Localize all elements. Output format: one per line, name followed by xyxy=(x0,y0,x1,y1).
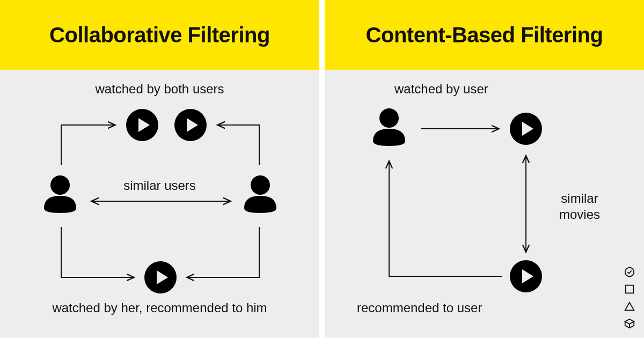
panel-header: Collaborative Filtering xyxy=(0,0,319,70)
panel-header: Content-Based Filtering xyxy=(325,0,644,70)
arrows xyxy=(325,70,644,338)
collaborative-filtering-panel: Collaborative Filtering watched by both … xyxy=(0,0,319,338)
cube-icon xyxy=(624,318,635,329)
diagram-stage-left: watched by both users similar users watc… xyxy=(0,70,319,338)
square-icon xyxy=(624,283,635,295)
sidebar-icons xyxy=(624,266,635,329)
check-circle-icon xyxy=(624,266,635,278)
content-based-filtering-panel: Content-Based Filtering watched by user … xyxy=(325,0,644,338)
arrows xyxy=(0,70,319,338)
diagram-stage-right: watched by user similar movies recommend… xyxy=(325,70,644,338)
panel-title: Content-Based Filtering xyxy=(366,23,603,47)
svg-point-2 xyxy=(625,268,634,277)
svg-rect-3 xyxy=(626,285,634,293)
triangle-icon xyxy=(624,300,635,312)
panel-title: Collaborative Filtering xyxy=(49,23,270,47)
